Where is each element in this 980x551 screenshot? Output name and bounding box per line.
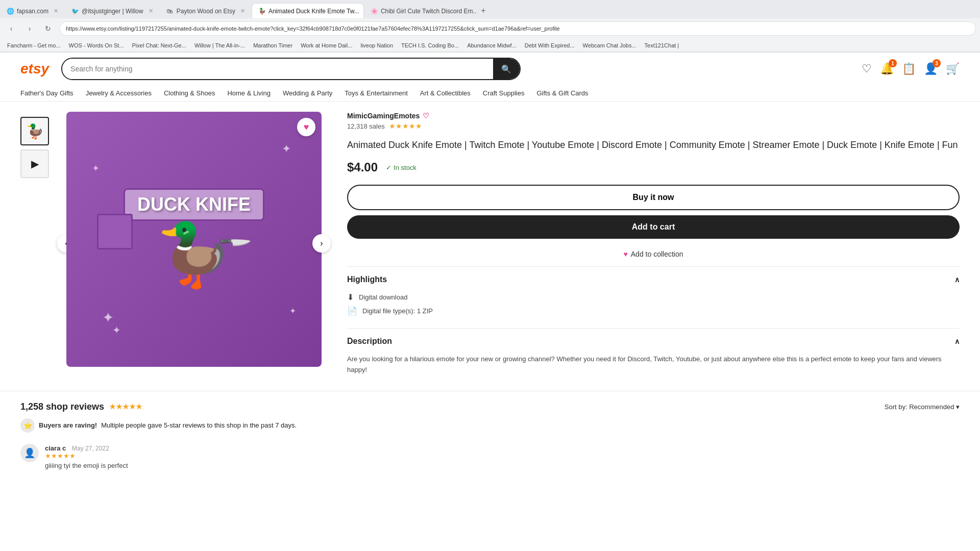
forward-button[interactable]: › [22,21,37,36]
bookmark-text121[interactable]: Text121Chat | [642,41,682,49]
reviewer-info: ciara c May 27, 2022 ★★★★★ giiiing tyi t… [45,444,960,469]
nav-wedding[interactable]: Wedding & Party [283,89,332,97]
nav-craft[interactable]: Craft Supplies [483,89,525,97]
nav-gifts[interactable]: Gifts & Gift Cards [536,89,588,97]
duck-knife-scene: ✦ ✦ ✦ ✦ ✦ DUCK KNIFE 🦆 🔪 [66,112,322,367]
tab-payton[interactable]: 🛍 Payton Wood on Etsy ✕ [160,3,252,18]
bookmark-wos[interactable]: WOS - Words On St... [66,41,127,49]
product-image: ✦ ✦ ✦ ✦ ✦ DUCK KNIFE 🦆 🔪 [66,112,322,367]
tab-favicon-willow: 🐦 [71,8,79,15]
search-input[interactable] [62,59,493,79]
product-price: $4.00 [347,160,378,174]
nav-toys[interactable]: Toys & Entertainment [345,89,408,97]
review-item: 👤 ciara c May 27, 2022 ★★★★★ giiiing tyi… [20,439,960,474]
bookmark-debt[interactable]: Debt With Expired... [522,41,578,49]
product-details: MimicGamingEmotes ♡ 12,318 sales ★★★★★ A… [337,112,960,375]
nav-fathers-day[interactable]: Father's Day Gifts [20,89,74,97]
price-row: $4.00 ✓ In stock [347,160,960,174]
buy-now-button[interactable]: Buy it now [347,185,960,210]
nav-clothing[interactable]: Clothing & Shoes [164,89,215,97]
nav-art[interactable]: Art & Collectibles [420,89,471,97]
bookmark-tech[interactable]: TECH I.S. Coding Bo... [398,41,462,49]
thumbnail-video[interactable]: ▶ [20,149,49,178]
file-icon: 📄 [347,306,357,316]
reviews-header: 1,258 shop reviews ★★★★★ Sort by: Recomm… [20,402,960,412]
product-image-container: ‹ ✦ ✦ ✦ ✦ ✦ DUCK KNIFE [66,112,322,375]
next-image-button[interactable]: › [312,234,331,253]
favorite-button[interactable]: ♥ [297,118,315,136]
sparkle-left2: ✦ [112,324,121,336]
description-chevron: ∧ [954,337,960,345]
cart-button[interactable]: 🛒 [946,62,960,76]
bookmark-pixel[interactable]: Pixel Chat: Next-Ge... [129,41,189,49]
duck-main: 🦆 🔪 [156,219,232,291]
back-button[interactable]: ‹ [4,21,18,36]
sales-info: 12,318 sales ★★★★★ [347,122,960,130]
seller-follow-icon[interactable]: ♡ [423,112,429,120]
highlight-file-type: 📄 Digital file type(s): 1 ZIP [347,306,960,316]
tab-favicon-payton: 🛍 [166,8,174,15]
purple-block [97,214,133,249]
checkmark-icon: ✓ [386,164,391,171]
url-bar[interactable]: https://www.etsy.com/listing/1197217255/… [59,21,976,36]
sort-chevron-icon: ▾ [956,403,960,411]
knife-icon: 🔪 [217,223,253,259]
bookmark-work[interactable]: Work at Home Dail... [298,41,355,49]
tab-close-fapsan[interactable]: ✕ [54,8,58,14]
sparkle-bottom-right: ✦ [289,306,296,316]
search-button[interactable]: 🔍 [493,59,520,79]
tab-duck-knife[interactable]: 🦆 Animated Duck Knife Emote Tw... ✕ [252,3,364,18]
new-tab-button[interactable]: + [476,4,491,18]
sparkle-right: ✦ [282,142,291,156]
stock-status: ✓ In stock [386,164,416,171]
etsy-header: etsy 🔍 ♡ 🔔 1 📋 👤 3 🛒 Father's Day [0,53,980,102]
sparkle-top-left: ✦ [92,163,100,174]
duck-title-text: DUCK KNIFE [137,194,251,215]
collection-heart-icon: ♥ [623,250,627,258]
bookmark-willow[interactable]: Willow | The All-in-... [191,41,248,49]
main-content: 🦆 ▶ ‹ ✦ ✦ ✦ ✦ ✦ DUCK KNIFE [0,102,980,386]
etsy-logo[interactable]: etsy [20,61,49,77]
bookmark-abundance[interactable]: Abundance Midwf... [464,41,520,49]
reload-button[interactable]: ↻ [41,21,55,36]
highlight-digital-download: ⬇ Digital download [347,292,960,302]
add-to-collection-button[interactable]: ♥ Add to collection [347,246,960,262]
seller-name: MimicGamingEmotes ♡ [347,112,960,120]
buyers-raving-banner: ⭐ Buyers are raving! Multiple people gav… [20,418,960,433]
nav-jewelry[interactable]: Jewelry & Accessories [86,89,152,97]
bookmark-liveop[interactable]: liveop Nation [357,41,396,49]
tab-close-payton[interactable]: ✕ [240,8,245,14]
description-content: Are you looking for a hilarious emote fo… [347,354,960,375]
bookmarks-bar: Fancharm - Get mo... WOS - Words On St..… [0,39,980,52]
sort-dropdown[interactable]: Sort by: Recommended ▾ [885,403,960,411]
duck-title-box: DUCK KNIFE [124,188,264,221]
tab-favicon-duck: 🦆 [258,8,265,15]
tab-bar: 🌐 fapsan.com ✕ 🐦 @itsjustginger | Willow… [0,0,980,18]
thumbnail-play-icon: ▶ [31,158,39,170]
tab-favicon-chibi: 🌸 [371,8,378,15]
tab-fapsan[interactable]: 🌐 fapsan.com ✕ [0,3,65,18]
etsy-search-bar: 🔍 [61,58,521,80]
bookmark-marathon[interactable]: Marathon Timer [250,41,296,49]
tab-close-willow[interactable]: ✕ [149,8,153,14]
bookmark-webcam[interactable]: Webcam Chat Jobs... [580,41,640,49]
thumbnail-image[interactable]: 🦆 [20,117,49,145]
description-section-header[interactable]: Description ∧ [347,328,960,350]
notification-badge: 1 [889,59,897,67]
etsy-header-top: etsy 🔍 ♡ 🔔 1 📋 👤 3 🛒 [20,53,960,85]
bookmark-fancharm[interactable]: Fancharm - Get mo... [4,41,64,49]
add-to-cart-button[interactable]: Add to cart [347,215,960,239]
profile-button[interactable]: 👤 3 [924,62,938,76]
thumbnail-duck-icon: 🦆 [26,123,44,140]
orders-button[interactable]: 📋 [902,62,916,76]
highlights-section-header[interactable]: Highlights ∧ [347,266,960,288]
nav-home[interactable]: Home & Living [227,89,271,97]
raving-icon: ⭐ [20,418,35,433]
tab-chibi[interactable]: 🌸 Chibi Girl Cute Twitch Discord Em... ✕ [364,3,476,18]
reviewer-avatar: 👤 [20,444,39,462]
reviews-title: 1,258 shop reviews ★★★★★ [20,402,142,412]
wishlist-button[interactable]: ♡ [862,62,872,76]
tab-willow[interactable]: 🐦 @itsjustginger | Willow ✕ [65,3,160,18]
product-title: Animated Duck Knife Emote | Twitch Emote… [347,138,960,152]
notifications-button[interactable]: 🔔 1 [880,62,894,76]
